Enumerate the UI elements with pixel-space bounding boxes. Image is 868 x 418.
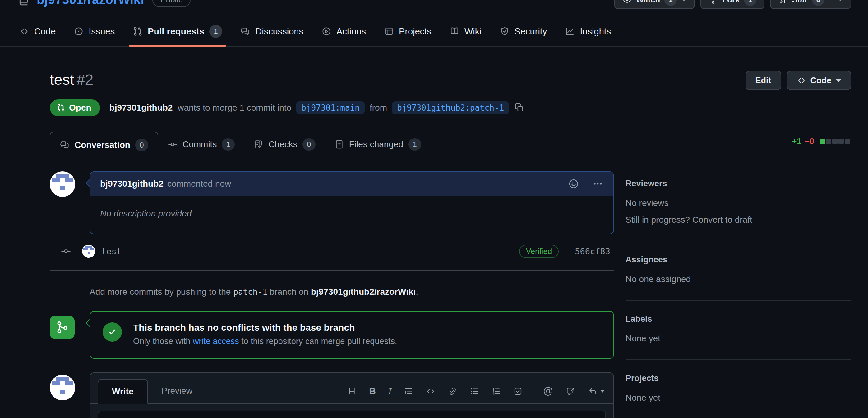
comment-header: bj97301github2 commented now: [90, 172, 613, 196]
nav-label: Code: [34, 26, 56, 37]
unordered-list-icon[interactable]: [470, 387, 479, 396]
commit-author-avatar[interactable]: [82, 245, 95, 258]
code-icon: [19, 26, 29, 36]
star-icon: [778, 0, 787, 4]
caret-down-icon: [838, 0, 843, 1]
star-button[interactable]: Star 0: [770, 0, 851, 9]
projects-empty: None yet: [625, 392, 851, 404]
repo-name-link[interactable]: bj97301/razorWiki: [37, 0, 144, 7]
edit-button[interactable]: Edit: [745, 71, 781, 90]
head-branch-badge[interactable]: bj97301github2:patch-1: [392, 101, 509, 114]
git-commit-icon: [167, 139, 178, 149]
section-title[interactable]: Assignees: [625, 255, 851, 265]
comment-editor: Write Preview B I: [90, 372, 614, 418]
caret-down-icon: [681, 0, 687, 1]
fork-button[interactable]: Fork 1: [701, 0, 765, 9]
pr-author[interactable]: bj97301github2: [110, 103, 173, 113]
bold-icon[interactable]: B: [369, 386, 376, 396]
pr-description-comment: bj97301github2 commented now No descript…: [50, 171, 614, 234]
base-branch-badge[interactable]: bj97301:main: [296, 101, 365, 114]
watch-label: Watch: [636, 0, 660, 5]
visibility-badge: Public: [152, 0, 191, 7]
pr-state-badge: Open: [50, 99, 100, 116]
nav-tab-security[interactable]: Security: [493, 17, 554, 46]
ordered-list-icon[interactable]: [492, 387, 501, 396]
play-icon: [321, 26, 332, 36]
eye-icon: [622, 0, 632, 4]
code-button[interactable]: Code: [787, 71, 851, 90]
verified-badge[interactable]: Verified: [519, 245, 559, 258]
cross-reference-icon[interactable]: [565, 386, 576, 396]
section-title[interactable]: Reviewers: [625, 179, 851, 188]
reviewers-empty: No reviews: [625, 197, 851, 209]
italic-icon[interactable]: I: [388, 386, 392, 396]
nav-label: Security: [515, 26, 547, 37]
merge-status-title: This branch has no conflicts with the ba…: [133, 322, 397, 333]
section-title[interactable]: Projects: [625, 374, 851, 383]
tab-count: 0: [303, 138, 315, 151]
nav-tab-discussions[interactable]: Discussions: [234, 17, 310, 46]
labels-empty: None yet: [625, 333, 851, 344]
nav-tab-code[interactable]: Code: [12, 17, 62, 46]
caret-down-icon: [836, 79, 841, 82]
nav-count-badge: 1: [209, 25, 222, 38]
nav-tab-pull-requests[interactable]: Pull requests 1: [126, 17, 229, 46]
avatar[interactable]: [50, 171, 75, 197]
diffstat-additions: +1: [792, 137, 802, 146]
graph-icon: [565, 26, 575, 36]
tab-commits[interactable]: Commits 1: [158, 131, 244, 158]
kebab-menu-icon[interactable]: [592, 178, 603, 189]
branch-code: patch-1: [233, 287, 267, 297]
link-icon[interactable]: [448, 387, 457, 396]
star-count: 0: [812, 0, 825, 6]
nav-tab-insights[interactable]: Insights: [558, 17, 618, 46]
fork-label: Fork: [722, 0, 740, 5]
write-tab[interactable]: Write: [98, 379, 148, 404]
commit-message[interactable]: test: [101, 247, 122, 256]
file-diff-icon: [334, 139, 344, 149]
quote-icon[interactable]: [404, 387, 413, 396]
push-note: Add more commits by pushing to the patch…: [90, 287, 614, 297]
diffstat-blocks: [820, 139, 850, 144]
nav-label: Insights: [580, 26, 611, 37]
table-icon: [384, 26, 394, 36]
copy-icon[interactable]: [514, 103, 524, 113]
nav-label: Issues: [89, 26, 115, 37]
tab-files-changed[interactable]: Files changed 1: [325, 131, 431, 158]
section-title[interactable]: Labels: [625, 314, 851, 324]
commit-sha[interactable]: 566cf83: [575, 247, 610, 256]
caret-down-icon: [600, 390, 605, 392]
nav-tab-wiki[interactable]: Wiki: [443, 17, 488, 46]
reply-icon[interactable]: [588, 386, 605, 396]
mention-icon[interactable]: [543, 386, 553, 396]
nav-tab-actions[interactable]: Actions: [315, 17, 373, 46]
from-text: from: [370, 103, 387, 113]
book-icon: [450, 26, 460, 36]
comment-editor-section: Write Preview B I: [50, 372, 614, 418]
git-commit-icon: [61, 243, 71, 259]
tab-checks[interactable]: Checks 0: [244, 131, 324, 158]
check-icon: [102, 322, 122, 342]
current-user-avatar: [50, 375, 75, 400]
pr-meta: Open bj97301github2 wants to merge 1 com…: [50, 99, 851, 116]
emoji-smiley-icon[interactable]: [568, 178, 579, 189]
assignees-empty: No one assigned: [625, 273, 851, 285]
diffstat-deletions: −0: [805, 137, 814, 146]
code-icon[interactable]: [426, 386, 436, 396]
timeline-divider: [50, 270, 614, 271]
comment-input[interactable]: [98, 411, 606, 418]
convert-to-draft-link[interactable]: Convert to draft: [692, 215, 752, 224]
git-merge-icon: [50, 315, 74, 339]
comment-author[interactable]: bj97301github2: [100, 179, 163, 189]
task-list-icon[interactable]: [513, 387, 523, 396]
nav-label: Projects: [399, 26, 432, 37]
heading-icon[interactable]: [347, 387, 356, 396]
tab-conversation[interactable]: Conversation 0: [50, 132, 158, 159]
preview-tab[interactable]: Preview: [148, 379, 207, 404]
watch-button[interactable]: Watch 1: [614, 0, 695, 9]
nav-tab-projects[interactable]: Projects: [377, 17, 438, 46]
nav-tab-issues[interactable]: Issues: [67, 17, 122, 46]
pr-title-text: test: [50, 71, 74, 88]
write-access-link[interactable]: write access: [193, 337, 239, 346]
repo-icon: [18, 0, 30, 6]
